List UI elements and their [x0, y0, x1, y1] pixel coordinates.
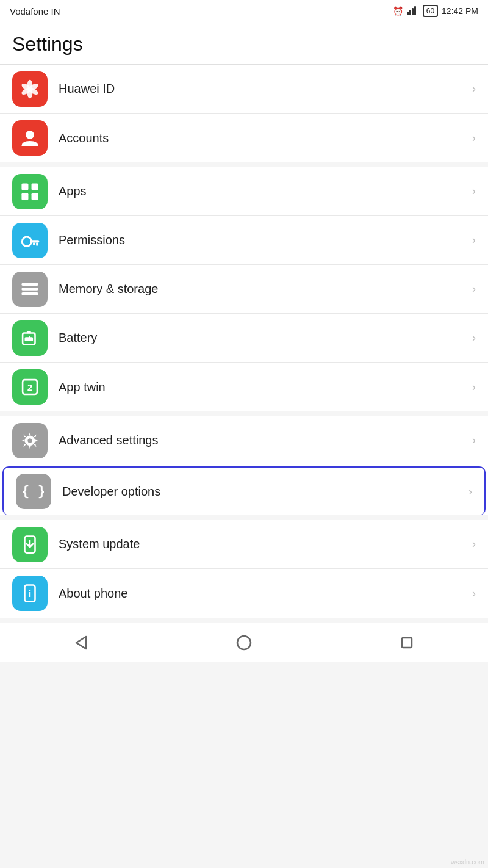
system-update-row[interactable]: System update ›	[0, 520, 488, 569]
svg-marker-35	[76, 637, 86, 649]
svg-text:2: 2	[27, 382, 33, 392]
system-section: System update › i About phone ›	[0, 520, 488, 618]
home-button[interactable]	[233, 632, 255, 654]
svg-rect-14	[32, 193, 38, 200]
apps-icon	[12, 174, 48, 209]
svg-rect-2	[412, 8, 414, 15]
battery-settings-icon	[20, 328, 40, 349]
svg-rect-19	[21, 283, 38, 285]
advanced-settings-chevron: ›	[472, 434, 476, 447]
developer-options-row[interactable]: { } Developer options ›	[2, 466, 486, 515]
app-twin-icon: 2	[12, 369, 48, 405]
apps-chevron: ›	[472, 185, 476, 198]
curly-braces-icon: { }	[23, 481, 44, 502]
svg-point-36	[237, 636, 251, 649]
permissions-chevron: ›	[472, 234, 476, 247]
memory-storage-icon	[20, 279, 40, 300]
memory-storage-row[interactable]: Memory & storage ›	[0, 265, 488, 314]
svg-rect-13	[21, 193, 28, 200]
advanced-section: Advanced settings › { } Developer option…	[0, 416, 488, 515]
app-twin-label: App twin	[59, 380, 467, 394]
memory-storage-chevron: ›	[472, 283, 476, 295]
about-phone-row[interactable]: i About phone ›	[0, 569, 488, 618]
huawei-id-row[interactable]: Huawei ID ›	[0, 65, 488, 114]
svg-rect-1	[409, 10, 411, 15]
accounts-chevron: ›	[472, 132, 476, 145]
battery-label: Battery	[59, 331, 467, 345]
app-twin-2-icon: 2	[20, 377, 40, 397]
permissions-icon	[12, 223, 48, 258]
page-title: Settings	[12, 33, 476, 56]
home-circle-icon	[235, 634, 253, 651]
huawei-id-label: Huawei ID	[59, 82, 467, 96]
system-update-icon	[12, 527, 48, 562]
about-phone-icon: i	[12, 576, 48, 611]
status-bar: Vodafone IN ⏰ 60 12:42 PM	[0, 0, 488, 22]
accounts-section: Huawei ID › Accounts ›	[0, 65, 488, 162]
svg-point-15	[22, 237, 31, 246]
battery-chevron: ›	[472, 331, 476, 344]
watermark: wsxdn.com	[451, 858, 484, 866]
carrier-text: Vodafone IN	[10, 6, 60, 16]
about-phone-info-icon: i	[20, 583, 40, 604]
back-triangle-icon	[73, 634, 90, 651]
back-button[interactable]	[70, 632, 92, 654]
huawei-id-chevron: ›	[472, 82, 476, 95]
permissions-label: Permissions	[59, 233, 467, 247]
battery-icon	[12, 320, 48, 356]
developer-options-icon: { }	[16, 474, 51, 509]
developer-options-chevron: ›	[468, 485, 472, 498]
svg-rect-17	[36, 242, 38, 245]
permissions-key-icon	[20, 230, 40, 251]
about-phone-chevron: ›	[472, 587, 476, 600]
apps-row[interactable]: Apps ›	[0, 167, 488, 216]
svg-text:{ }: { }	[23, 483, 44, 499]
svg-rect-11	[21, 183, 28, 190]
advanced-settings-label: Advanced settings	[59, 433, 467, 447]
svg-text:i: i	[29, 588, 31, 599]
accounts-row[interactable]: Accounts ›	[0, 114, 488, 162]
svg-rect-0	[407, 12, 409, 15]
system-update-label: System update	[59, 537, 467, 551]
accounts-label: Accounts	[59, 131, 467, 145]
gear-icon	[20, 430, 40, 451]
svg-rect-23	[27, 331, 31, 333]
alarm-icon: ⏰	[393, 6, 403, 16]
accounts-person-icon	[20, 128, 40, 148]
recents-button[interactable]	[396, 632, 418, 654]
developer-options-label: Developer options	[62, 485, 464, 499]
huawei-logo-icon	[20, 79, 40, 99]
accounts-icon	[12, 120, 48, 156]
svg-rect-16	[31, 240, 40, 242]
app-twin-chevron: ›	[472, 381, 476, 394]
svg-rect-21	[21, 292, 38, 295]
svg-point-10	[26, 131, 34, 139]
apps-grid-icon	[20, 181, 40, 202]
memory-icon	[12, 272, 48, 307]
huawei-id-icon	[12, 71, 48, 107]
recents-square-icon	[398, 634, 415, 651]
svg-rect-12	[32, 183, 38, 190]
app-twin-row[interactable]: 2 App twin ›	[0, 363, 488, 411]
apps-section: Apps › Permissions › Memory & storage ›	[0, 167, 488, 411]
svg-point-30	[28, 438, 32, 443]
svg-rect-18	[33, 242, 35, 245]
about-phone-label: About phone	[59, 587, 467, 601]
svg-rect-37	[402, 638, 412, 648]
advanced-settings-row[interactable]: Advanced settings ›	[0, 416, 488, 465]
apps-label: Apps	[59, 184, 467, 198]
status-icons: ⏰ 60 12:42 PM	[393, 5, 478, 17]
memory-storage-label: Memory & storage	[59, 282, 467, 296]
battery-indicator: 60	[423, 5, 438, 17]
signal-icon	[407, 5, 419, 17]
time-display: 12:42 PM	[442, 6, 478, 16]
permissions-row[interactable]: Permissions ›	[0, 216, 488, 265]
page-title-bar: Settings	[0, 22, 488, 65]
advanced-settings-icon	[12, 423, 48, 458]
svg-rect-3	[414, 6, 416, 15]
navigation-bar	[0, 623, 488, 662]
system-update-phone-icon	[20, 534, 40, 555]
svg-rect-20	[21, 288, 38, 290]
battery-row[interactable]: Battery ›	[0, 314, 488, 363]
system-update-chevron: ›	[472, 538, 476, 551]
